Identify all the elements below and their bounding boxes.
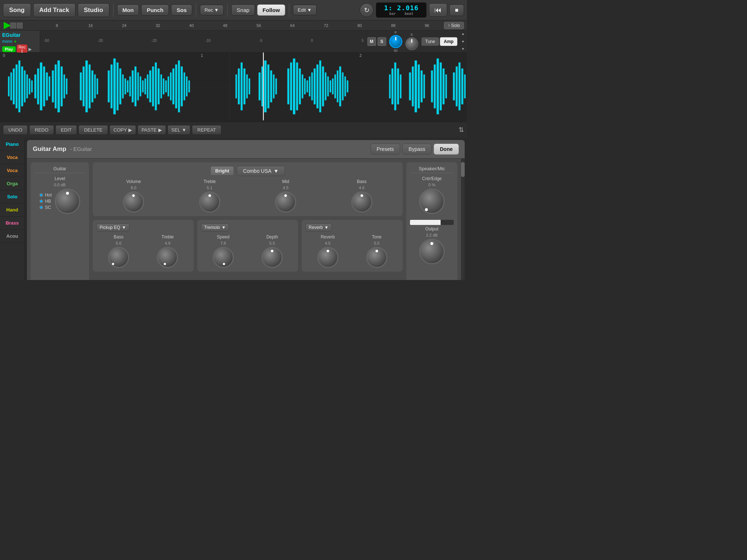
sidebar-item-solo[interactable]: Solo bbox=[0, 190, 24, 203]
speed-knob[interactable] bbox=[213, 247, 234, 268]
sos-button[interactable]: Sos bbox=[171, 4, 192, 16]
stop-button[interactable]: ■ bbox=[449, 4, 464, 16]
sidebar-item-voca2[interactable]: Voca bbox=[0, 164, 24, 177]
counter-display: 1: 2.016 bar beat bbox=[376, 2, 427, 18]
sidebar-item-orga[interactable]: Orga bbox=[0, 177, 24, 190]
radio-group: Hot HB SC bbox=[39, 192, 52, 210]
svg-rect-119 bbox=[456, 66, 457, 106]
studio-button[interactable]: Studio bbox=[78, 3, 109, 17]
volume-knob[interactable] bbox=[405, 37, 418, 50]
pan-knob[interactable] bbox=[389, 35, 402, 48]
svg-rect-26 bbox=[82, 66, 84, 106]
scrollbar-thumb[interactable] bbox=[461, 162, 465, 177]
bypass-button[interactable]: Bypass bbox=[402, 144, 431, 155]
ms-buttons: M S bbox=[367, 37, 386, 46]
svg-rect-5 bbox=[13, 69, 15, 104]
snap-button[interactable]: Snap bbox=[231, 4, 255, 16]
svg-rect-10 bbox=[26, 74, 28, 98]
mixer-icon[interactable]: ⇅ bbox=[458, 126, 464, 134]
play-track-button[interactable]: Play bbox=[2, 46, 16, 52]
cntr-edge-value: 0 % bbox=[429, 183, 436, 187]
ruler-play-button[interactable] bbox=[4, 22, 11, 29]
add-track-button[interactable]: Add Track bbox=[33, 3, 76, 17]
amp-body: Guitar Level 0.0 dB Hot HB bbox=[27, 159, 465, 280]
svg-rect-98 bbox=[342, 73, 344, 101]
tone-knob[interactable] bbox=[366, 247, 387, 268]
edit-action-button[interactable]: EDIT bbox=[55, 125, 77, 135]
edit-button[interactable]: Edit ▼ bbox=[293, 5, 316, 15]
depth-knob[interactable] bbox=[262, 247, 283, 268]
tune-button[interactable]: Tune bbox=[421, 37, 439, 46]
follow-button[interactable]: Follow bbox=[257, 4, 286, 16]
sidebar-item-acou[interactable]: Acou bbox=[0, 230, 24, 243]
svg-rect-63 bbox=[188, 81, 190, 93]
cntr-edge-knob[interactable] bbox=[419, 188, 445, 214]
tremolo-dropdown[interactable]: Tremolo ▼ bbox=[201, 223, 229, 232]
sc-radio[interactable]: SC bbox=[39, 205, 52, 210]
combo-label: Combo USA bbox=[243, 168, 271, 174]
combo-controls: Bright Combo USA ▼ bbox=[210, 166, 285, 176]
repeat-button[interactable]: REPEAT bbox=[192, 125, 221, 135]
hb-radio[interactable]: HB bbox=[39, 199, 52, 204]
reverb-knob[interactable] bbox=[317, 247, 338, 268]
solo-button[interactable]: ↑ Solo bbox=[444, 22, 464, 29]
level-value: 0.0 dB bbox=[54, 183, 66, 187]
treble-bot-knob[interactable] bbox=[157, 247, 178, 268]
svg-rect-14 bbox=[37, 69, 39, 104]
treble-knob[interactable] bbox=[199, 191, 220, 213]
skip-to-start-button[interactable]: ⏮ bbox=[429, 3, 447, 17]
ruler-16: 16 bbox=[74, 23, 107, 28]
mute-button[interactable]: M bbox=[367, 37, 376, 46]
waveform-area[interactable]: 0 1 2 bbox=[0, 52, 467, 122]
sidebar-item-voca1[interactable]: Voca bbox=[0, 151, 24, 164]
svg-rect-105 bbox=[400, 74, 401, 98]
volume-knob[interactable] bbox=[123, 191, 144, 213]
sel-button[interactable]: SEL ▼ bbox=[167, 125, 190, 135]
redo-button[interactable]: REDO bbox=[29, 125, 54, 135]
svg-rect-59 bbox=[178, 61, 180, 112]
undo-button[interactable]: UNDO bbox=[3, 125, 28, 135]
pickup-eq-dropdown[interactable]: Pickup EQ ▼ bbox=[96, 223, 129, 232]
combo-dropdown[interactable]: Combo USA ▼ bbox=[237, 166, 285, 176]
track-controls: EGuitar mono ● Play Rec 1 ▶ bbox=[0, 31, 40, 52]
presets-button[interactable]: Presets bbox=[371, 144, 400, 155]
ruler: 8 16 24 32 40 48 56 64 72 80 88 96 ↑ Sol… bbox=[0, 20, 467, 31]
output-slider[interactable] bbox=[410, 220, 454, 225]
volume-knob-group: Volume 8.0 bbox=[123, 179, 144, 213]
sidebar-item-brass[interactable]: Brass bbox=[0, 217, 24, 230]
level-knob[interactable] bbox=[55, 188, 80, 214]
rec-button[interactable]: Rec ▼ bbox=[200, 5, 224, 15]
song-button[interactable]: Song bbox=[3, 3, 31, 17]
hot-circle bbox=[39, 193, 43, 197]
copy-button[interactable]: COPY ▶ bbox=[109, 125, 136, 135]
svg-rect-28 bbox=[89, 65, 90, 108]
done-button[interactable]: Done bbox=[434, 144, 459, 155]
marker2 bbox=[17, 23, 23, 28]
ruler-88: 88 bbox=[376, 23, 410, 28]
paste-button[interactable]: PASTE ▶ bbox=[138, 125, 166, 135]
solo-track-button[interactable]: S bbox=[378, 37, 386, 46]
mon-button[interactable]: Mon bbox=[117, 4, 139, 16]
svg-rect-18 bbox=[49, 77, 50, 97]
sidebar-item-hand[interactable]: Hand bbox=[0, 203, 24, 217]
loop-button[interactable]: ↻ bbox=[360, 3, 374, 17]
bass-bot-knob[interactable] bbox=[108, 247, 129, 268]
mid-knob-group: Mid 4.5 bbox=[275, 179, 296, 213]
reverb-dropdown[interactable]: Reverb ▼ bbox=[305, 223, 332, 232]
svg-rect-79 bbox=[293, 58, 295, 114]
amp-button[interactable]: Amp bbox=[440, 37, 458, 46]
output-knob[interactable] bbox=[419, 239, 445, 264]
svg-rect-21 bbox=[58, 61, 60, 112]
svg-rect-118 bbox=[453, 73, 455, 101]
combo-row: Bright Combo USA ▼ bbox=[98, 166, 398, 176]
scrollbar[interactable] bbox=[461, 159, 465, 280]
sidebar-item-piano[interactable]: Piano bbox=[0, 138, 24, 151]
mid-knob[interactable] bbox=[275, 191, 296, 213]
hot-radio[interactable]: Hot bbox=[39, 192, 52, 198]
delete-button[interactable]: DELETE bbox=[78, 125, 108, 135]
bright-button[interactable]: Bright bbox=[210, 166, 234, 175]
treble-bot-dot bbox=[164, 263, 166, 265]
svg-rect-29 bbox=[92, 70, 93, 102]
bass-top-knob[interactable] bbox=[351, 191, 372, 213]
punch-button[interactable]: Punch bbox=[141, 4, 169, 16]
